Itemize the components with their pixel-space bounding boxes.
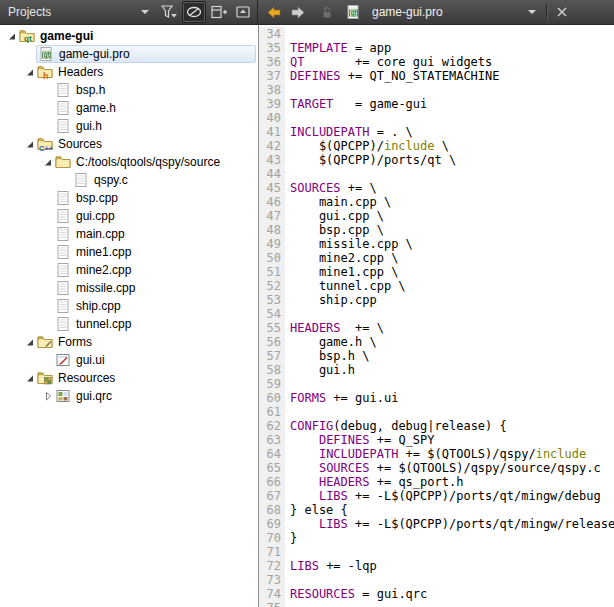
code-line[interactable]: 41INCLUDEPATH = . \ — [259, 125, 614, 139]
open-document-title[interactable]: game-gui.pro — [372, 5, 443, 19]
tree-item[interactable]: gui.cpp — [54, 207, 256, 225]
tree-item[interactable]: C++Sources — [36, 135, 256, 153]
tree-item[interactable]: mine2.cpp — [54, 261, 256, 279]
code-line[interactable]: 63 DEFINES += Q_SPY — [259, 433, 614, 447]
tree-item[interactable]: game.h — [54, 99, 256, 117]
code-line[interactable]: 64 INCLUDEPATH += $(QTOOLS)/qspy/include — [259, 447, 614, 461]
tree-row[interactable]: C:/tools/qtools/qspy/source — [0, 153, 258, 171]
code-line[interactable]: 44 — [259, 167, 614, 181]
expanded-arrow[interactable] — [6, 30, 18, 42]
tree-row[interactable]: bsp.h — [0, 81, 258, 99]
code-line[interactable]: 74RESOURCES = gui.qrc — [259, 587, 614, 601]
tree-item[interactable]: bsp.h — [54, 81, 256, 99]
lock-button[interactable] — [316, 2, 338, 22]
code-line[interactable]: 66 HEADERS += qs_port.h — [259, 475, 614, 489]
tree-item[interactable]: tunnel.cpp — [54, 315, 256, 333]
code-line[interactable]: 73 — [259, 573, 614, 587]
code-line[interactable]: 68} else { — [259, 503, 614, 517]
expanded-arrow[interactable] — [42, 156, 54, 168]
tree-item[interactable]: main.cpp — [54, 225, 256, 243]
code-line[interactable]: 62CONFIG(debug, debug|release) { — [259, 419, 614, 433]
open-documents-dropdown[interactable] — [521, 2, 543, 22]
code-line[interactable]: 39TARGET = game-gui — [259, 97, 614, 111]
code-line[interactable]: 60FORMS += gui.ui — [259, 391, 614, 405]
code-line[interactable]: 53 ship.cpp — [259, 293, 614, 307]
collapsed-arrow[interactable] — [42, 390, 54, 402]
code-line[interactable]: 72LIBS += -lqp — [259, 559, 614, 573]
code-line[interactable]: 56 game.h \ — [259, 335, 614, 349]
code-line[interactable]: 37DEFINES += QT_NO_STATEMACHINE — [259, 69, 614, 83]
tree-item[interactable]: ship.cpp — [54, 297, 256, 315]
code-line[interactable]: 69 LIBS += -L$(QPCPP)/ports/qt/mingw/rel… — [259, 517, 614, 531]
tree-row[interactable]: qtgame-gui — [0, 27, 258, 45]
code-line[interactable]: 42 $(QPCPP)/include \ — [259, 139, 614, 153]
tree-row[interactable]: mine1.cpp — [0, 243, 258, 261]
filter-button[interactable] — [158, 2, 180, 22]
tree-row[interactable]: Forms — [0, 333, 258, 351]
projects-panel-title[interactable]: Projects — [8, 5, 133, 19]
code-editor[interactable]: 3435TEMPLATE = app36QT += core gui widge… — [258, 25, 614, 607]
tree-row[interactable]: game.h — [0, 99, 258, 117]
tree-row[interactable]: C++Sources — [0, 135, 258, 153]
tree-row[interactable]: Resources — [0, 369, 258, 387]
code-line[interactable]: 57 bsp.h \ — [259, 349, 614, 363]
tree-item[interactable]: gui.h — [54, 117, 256, 135]
code-line[interactable]: 65 SOURCES += $(QTOOLS)/qspy/source/qspy… — [259, 461, 614, 475]
tree-row[interactable]: gui.ui — [0, 351, 258, 369]
tree-row[interactable]: main.cpp — [0, 225, 258, 243]
code-line[interactable]: 54 — [259, 307, 614, 321]
tree-item[interactable]: qspy.c — [72, 171, 256, 189]
panel-selector-dropdown[interactable] — [134, 2, 156, 22]
code-line[interactable]: 70} — [259, 531, 614, 545]
code-line[interactable]: 52 tunnel.cpp \ — [259, 279, 614, 293]
code-line[interactable]: 48 bsp.cpp \ — [259, 223, 614, 237]
code-line[interactable]: 59 — [259, 377, 614, 391]
code-line[interactable]: 51 mine1.cpp \ — [259, 265, 614, 279]
expanded-arrow[interactable] — [24, 66, 36, 78]
tree-row[interactable]: gui.h — [0, 117, 258, 135]
expanded-arrow[interactable] — [24, 138, 36, 150]
tree-row[interactable]: qspy.c — [0, 171, 258, 189]
code-line[interactable]: 61 — [259, 405, 614, 419]
tree-row[interactable]: bsp.cpp — [0, 189, 258, 207]
hide-panel-button[interactable] — [232, 2, 254, 22]
tree-item[interactable]: mine1.cpp — [54, 243, 256, 261]
code-line[interactable]: 35TEMPLATE = app — [259, 41, 614, 55]
expanded-arrow[interactable] — [24, 372, 36, 384]
tree-item[interactable]: missile.cpp — [54, 279, 256, 297]
tree-item[interactable]: Forms — [36, 333, 256, 351]
code-line[interactable]: 67 LIBS += -L$(QPCPP)/ports/qt/mingw/deb… — [259, 489, 614, 503]
tree-row[interactable]: missile.cpp — [0, 279, 258, 297]
code-line[interactable]: 71 — [259, 545, 614, 559]
close-document-button[interactable] — [551, 2, 573, 22]
tree-item[interactable]: gui.qrc — [54, 387, 256, 405]
split-button[interactable] — [208, 2, 230, 22]
tree-row[interactable]: ship.cpp — [0, 297, 258, 315]
tree-row[interactable]: tunnel.cpp — [0, 315, 258, 333]
code-line[interactable]: 38 — [259, 83, 614, 97]
tree-item[interactable]: C:/tools/qtools/qspy/source — [54, 153, 256, 171]
tree-item-selected[interactable]: qtgame-gui.pro — [36, 45, 256, 63]
tree-item[interactable]: bsp.cpp — [54, 189, 256, 207]
tree-row[interactable]: gui.qrc — [0, 387, 258, 405]
code-line[interactable]: 50 mine2.cpp \ — [259, 251, 614, 265]
code-line[interactable]: 49 missile.cpp \ — [259, 237, 614, 251]
tree-item[interactable]: Resources — [36, 369, 256, 387]
tree-item[interactable]: gui.ui — [54, 351, 256, 369]
sync-with-editor-button[interactable] — [182, 1, 206, 23]
tree-item[interactable]: qtgame-gui — [18, 27, 256, 45]
tree-row[interactable]: hHeaders — [0, 63, 258, 81]
code-line[interactable]: 36QT += core gui widgets — [259, 55, 614, 69]
code-line[interactable]: 43 $(QPCPP)/ports/qt \ — [259, 153, 614, 167]
code-line[interactable]: 55HEADERS += \ — [259, 321, 614, 335]
code-line[interactable]: 75 — [259, 601, 614, 607]
tree-item[interactable]: hHeaders — [36, 63, 256, 81]
code-line[interactable]: 58 gui.h — [259, 363, 614, 377]
go-forward-button[interactable] — [287, 2, 309, 22]
code-line[interactable]: 46 main.cpp \ — [259, 195, 614, 209]
code-line[interactable]: 45SOURCES += \ — [259, 181, 614, 195]
code-line[interactable]: 34 — [259, 27, 614, 41]
go-back-button[interactable] — [263, 2, 285, 22]
tree-row[interactable]: mine2.cpp — [0, 261, 258, 279]
tree-row[interactable]: qtgame-gui.pro — [0, 45, 258, 63]
